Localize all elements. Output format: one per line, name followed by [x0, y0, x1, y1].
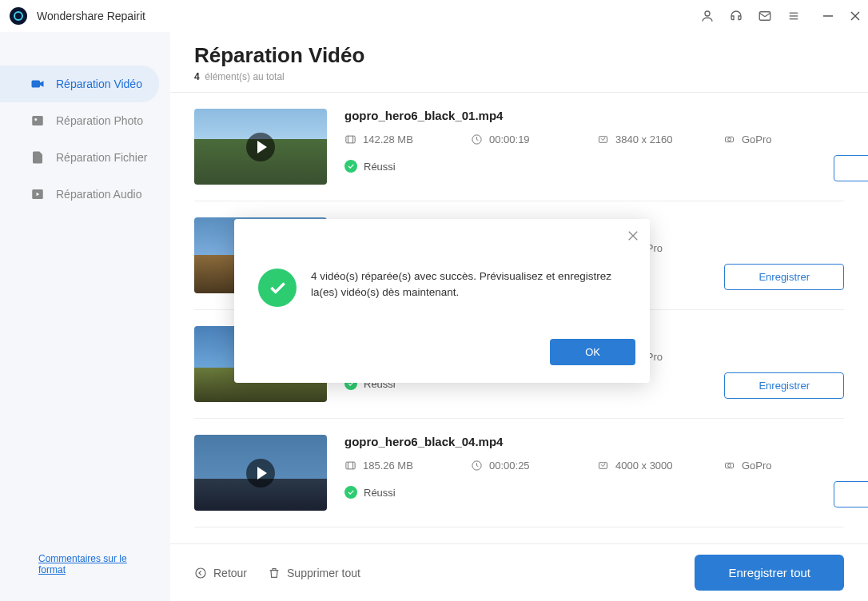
- sidebar-item-label: Réparation Photo: [56, 114, 143, 127]
- file-icon: [30, 150, 45, 165]
- sidebar-item-label: Réparation Vidéo: [56, 78, 142, 90]
- titlebar-right: [700, 9, 862, 23]
- footer: Retour Supprimer tout Enregistrer tout: [170, 543, 868, 601]
- video-item: gopro_hero6_black_04.mp4 185.26 MB 00:00…: [194, 419, 844, 527]
- modal-success-icon: [258, 269, 297, 307]
- modal-footer: OK: [249, 339, 635, 365]
- page-title: Réparation Vidéo: [194, 43, 844, 68]
- save-button[interactable]: Enregistrer: [724, 372, 844, 399]
- modal-body: 4 vidéo(s) réparée(s) avec succès. Prévi…: [249, 233, 635, 339]
- main-header: Réparation Vidéo 4 élément(s) au total: [170, 32, 868, 93]
- modal-message: 4 vidéo(s) réparée(s) avec succès. Prévi…: [311, 269, 618, 302]
- video-action: Enregistrer: [724, 217, 844, 293]
- video-thumbnail[interactable]: [194, 109, 327, 185]
- video-filename: gopro_hero6_black_04.mp4: [344, 435, 816, 448]
- svg-rect-13: [346, 136, 355, 143]
- user-icon[interactable]: [700, 9, 715, 23]
- video-status: Réussi: [344, 486, 816, 499]
- item-count: 4: [194, 71, 200, 82]
- save-all-button[interactable]: Enregistrer tout: [695, 555, 844, 591]
- app-logo: [10, 7, 27, 25]
- sidebar-item-label: Réparation Fichier: [56, 151, 147, 164]
- mail-icon[interactable]: [758, 9, 772, 23]
- success-check-icon: [344, 486, 357, 499]
- video-filename: gopro_hero6_black_01.mp4: [344, 109, 816, 122]
- photo-icon: [30, 113, 45, 128]
- save-button[interactable]: Enregistrer: [834, 155, 868, 181]
- window-controls: [822, 10, 862, 22]
- svg-point-17: [728, 138, 731, 141]
- modal-ok-button[interactable]: OK: [550, 339, 635, 365]
- video-duration: 00:00:25: [471, 460, 563, 472]
- delete-all-button[interactable]: Supprimer tout: [268, 567, 360, 579]
- video-size: 185.26 MB: [344, 460, 437, 472]
- feedback-label: Commentaires sur le format: [38, 553, 156, 575]
- sidebar-item-file[interactable]: Réparation Fichier: [0, 139, 170, 176]
- video-meta-row: 185.26 MB 00:00:25 4000 x 3000 GoPro: [344, 460, 816, 472]
- video-status: Réussi: [344, 160, 816, 173]
- success-check-icon: [344, 160, 357, 173]
- sidebar-item-label: Réparation Audio: [56, 188, 141, 201]
- video-action: Enregistrer: [724, 326, 844, 402]
- video-info: gopro_hero6_black_04.mp4 185.26 MB 00:00…: [344, 435, 816, 511]
- play-icon: [246, 459, 275, 488]
- svg-rect-15: [599, 137, 607, 143]
- video-action: Enregistrer: [834, 109, 868, 185]
- video-source: GoPro: [723, 460, 816, 472]
- video-source: GoPro: [723, 133, 816, 145]
- video-meta-row: 142.28 MB 00:00:19 3840 x 2160 GoPro: [344, 133, 816, 145]
- video-info: gopro_hero6_black_01.mp4 142.28 MB 00:00…: [344, 109, 816, 185]
- titlebar-left: Wondershare Repairit: [10, 7, 145, 25]
- video-item: gopro_hero6_black_01.mp4 142.28 MB 00:00…: [194, 93, 844, 201]
- video-dimensions: 4000 x 3000: [597, 460, 690, 472]
- video-dimensions: 3840 x 2160: [597, 133, 690, 145]
- back-button[interactable]: Retour: [194, 567, 247, 579]
- support-icon[interactable]: [729, 9, 743, 23]
- svg-rect-9: [32, 116, 43, 125]
- modal-close-button[interactable]: [627, 230, 639, 245]
- sidebar-item-photo[interactable]: Réparation Photo: [0, 102, 170, 139]
- close-button[interactable]: [849, 10, 862, 22]
- success-modal: 4 vidéo(s) réparée(s) avec succès. Prévi…: [234, 219, 650, 383]
- svg-point-26: [728, 464, 731, 468]
- item-count-suffix: élément(s) au total: [205, 71, 284, 82]
- save-button[interactable]: Enregistrer: [834, 481, 868, 507]
- video-duration: 00:00:19: [471, 133, 563, 145]
- svg-point-0: [705, 11, 710, 16]
- page-subtitle: 4 élément(s) au total: [194, 71, 844, 89]
- sidebar: Réparation Vidéo Réparation Photo Répara…: [0, 32, 170, 601]
- sidebar-item-audio[interactable]: Réparation Audio: [0, 176, 170, 213]
- sidebar-footer: Commentaires sur le format: [0, 539, 170, 601]
- video-action: Enregistrer: [834, 435, 868, 511]
- video-thumbnail[interactable]: [194, 435, 327, 511]
- svg-point-10: [34, 118, 37, 121]
- play-icon: [246, 133, 275, 161]
- sidebar-item-video[interactable]: Réparation Vidéo: [0, 66, 159, 102]
- svg-rect-24: [599, 463, 607, 469]
- svg-rect-8: [32, 81, 41, 88]
- app-title: Wondershare Repairit: [37, 10, 145, 22]
- svg-rect-22: [346, 462, 355, 469]
- video-icon: [30, 77, 45, 91]
- svg-point-27: [196, 568, 205, 578]
- feedback-link[interactable]: Commentaires sur le format: [30, 553, 156, 575]
- audio-icon: [30, 187, 45, 201]
- save-button[interactable]: Enregistrer: [724, 264, 844, 290]
- titlebar: Wondershare Repairit: [0, 0, 868, 32]
- minimize-button[interactable]: [822, 10, 834, 22]
- video-size: 142.28 MB: [344, 133, 437, 145]
- menu-icon[interactable]: [786, 9, 801, 23]
